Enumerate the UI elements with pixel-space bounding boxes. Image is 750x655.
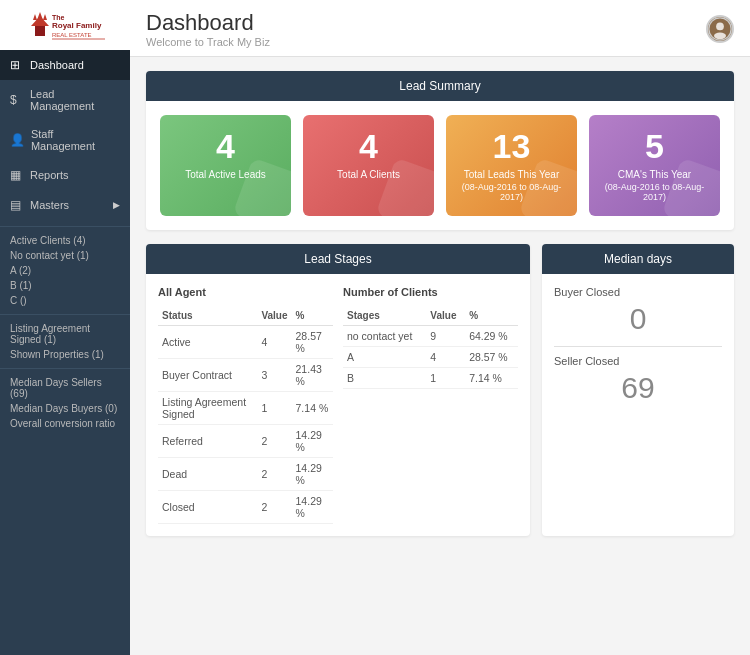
- card-cma-label: CMA's This Year: [599, 169, 710, 180]
- stat-b[interactable]: B (1): [0, 278, 130, 293]
- sidebar-item-lead-management[interactable]: $ Lead Management: [0, 80, 130, 120]
- lead-cards: 4 Total Active Leads 4 Total A Clients 1…: [146, 101, 734, 230]
- all-agent-table: Status Value % Active428.57 %Buyer Contr…: [158, 306, 333, 524]
- table-row: Listing Agreement Signed17.14 %: [158, 392, 333, 425]
- card-cma-year: 5 CMA's This Year (08-Aug-2016 to 08-Aug…: [589, 115, 720, 216]
- seller-closed-label: Seller Closed: [554, 355, 722, 367]
- sidebar: The Royal Family REAL ESTATE ⊞ Dashboard…: [0, 0, 130, 655]
- stat-listing-signed[interactable]: Listing Agreement Signed (1): [0, 321, 130, 347]
- user-avatar[interactable]: [706, 15, 734, 43]
- card-total-a-clients: 4 Total A Clients: [303, 115, 434, 216]
- stat-a[interactable]: A (2): [0, 263, 130, 278]
- sidebar-item-masters[interactable]: ▤ Masters ▶: [0, 190, 130, 220]
- stat-c[interactable]: C (): [0, 293, 130, 308]
- page-subtitle: Welcome to Track My Biz: [146, 36, 270, 48]
- logo: The Royal Family REAL ESTATE: [0, 0, 130, 50]
- median-content: Buyer Closed 0 Seller Closed 69: [542, 274, 734, 427]
- stat-shown-properties[interactable]: Shown Properties (1): [0, 347, 130, 362]
- stat-median-buyers[interactable]: Median Days Buyers (0): [0, 401, 130, 416]
- all-agent-title: All Agent: [158, 286, 333, 298]
- stat-median-sellers[interactable]: Median Days Sellers (69): [0, 375, 130, 401]
- main-header: Dashboard Welcome to Track My Biz: [130, 0, 750, 57]
- sidebar-divider-3: [0, 368, 130, 369]
- svg-marker-4: [43, 14, 47, 20]
- card-cma-sublabel: (08-Aug-2016 to 08-Aug-2017): [599, 182, 710, 202]
- table-row: Buyer Contract321.43 %: [158, 359, 333, 392]
- sidebar-item-staff-management[interactable]: 👤 Staff Management: [0, 120, 130, 160]
- stages-content: All Agent Status Value % Active428.57 %B: [146, 274, 530, 536]
- table-row: B17.14 %: [343, 368, 518, 389]
- svg-point-11: [714, 32, 726, 39]
- masters-icon: ▤: [10, 198, 24, 212]
- card-a-number: 4: [313, 129, 424, 163]
- buyer-closed-value: 0: [554, 302, 722, 336]
- col-status: Status: [158, 306, 257, 326]
- bottom-row: Lead Stages All Agent Status Value %: [146, 244, 734, 550]
- dashboard-icon: ⊞: [10, 58, 24, 72]
- card-total-leads-year: 13 Total Leads This Year (08-Aug-2016 to…: [446, 115, 577, 216]
- lead-stages-header: Lead Stages: [146, 244, 530, 274]
- card-total-active-leads: 4 Total Active Leads: [160, 115, 291, 216]
- clients-table: Stages Value % no contact yet964.29 %A42…: [343, 306, 518, 389]
- card-active-label: Total Active Leads: [170, 169, 281, 180]
- sidebar-divider-2: [0, 314, 130, 315]
- page-title: Dashboard: [146, 10, 270, 36]
- svg-text:REAL ESTATE: REAL ESTATE: [52, 32, 92, 38]
- card-a-label: Total A Clients: [313, 169, 424, 180]
- table-row: Referred214.29 %: [158, 425, 333, 458]
- table-row: A428.57 %: [343, 347, 518, 368]
- col-stages: Stages: [343, 306, 426, 326]
- sidebar-item-dashboard[interactable]: ⊞ Dashboard: [0, 50, 130, 80]
- lead-summary-section: Lead Summary 4 Total Active Leads 4 Tota…: [146, 71, 734, 230]
- col-value2: Value: [426, 306, 465, 326]
- main-content: Dashboard Welcome to Track My Biz Lead S…: [130, 0, 750, 655]
- col-percent: %: [292, 306, 333, 326]
- reports-icon: ▦: [10, 168, 24, 182]
- clients-title: Number of Clients: [343, 286, 518, 298]
- table-row: Dead214.29 %: [158, 458, 333, 491]
- sidebar-nav: ⊞ Dashboard $ Lead Management 👤 Staff Ma…: [0, 50, 130, 431]
- median-days-section: Median days Buyer Closed 0 Seller Closed…: [542, 244, 734, 536]
- table-row: no contact yet964.29 %: [343, 326, 518, 347]
- masters-arrow-icon: ▶: [113, 200, 120, 210]
- header-title-group: Dashboard Welcome to Track My Biz: [146, 10, 270, 48]
- svg-text:The: The: [52, 14, 65, 21]
- card-year-label: Total Leads This Year: [456, 169, 567, 180]
- table-row: Closed214.29 %: [158, 491, 333, 524]
- stat-active-clients[interactable]: Active Clients (4): [0, 233, 130, 248]
- lead-stages-section: Lead Stages All Agent Status Value %: [146, 244, 530, 536]
- stat-no-contact[interactable]: No contact yet (1): [0, 248, 130, 263]
- content-area: Lead Summary 4 Total Active Leads 4 Tota…: [130, 57, 750, 564]
- buyer-closed-item: Buyer Closed 0: [554, 286, 722, 336]
- lead-management-icon: $: [10, 93, 24, 107]
- sidebar-item-reports[interactable]: ▦ Reports: [0, 160, 130, 190]
- col-percent2: %: [465, 306, 518, 326]
- svg-text:Royal Family: Royal Family: [52, 21, 102, 30]
- seller-closed-value: 69: [554, 371, 722, 405]
- sidebar-divider-1: [0, 226, 130, 227]
- table-row: Active428.57 %: [158, 326, 333, 359]
- buyer-closed-label: Buyer Closed: [554, 286, 722, 298]
- staff-icon: 👤: [10, 133, 25, 147]
- seller-closed-item: Seller Closed 69: [554, 355, 722, 405]
- card-active-number: 4: [170, 129, 281, 163]
- median-divider: [554, 346, 722, 347]
- col-value: Value: [257, 306, 291, 326]
- stat-conversion-ratio[interactable]: Overall conversion ratio: [0, 416, 130, 431]
- card-cma-number: 5: [599, 129, 710, 163]
- all-agent-panel: All Agent Status Value % Active428.57 %B: [158, 286, 333, 524]
- card-year-number: 13: [456, 129, 567, 163]
- lead-summary-header: Lead Summary: [146, 71, 734, 101]
- card-year-sublabel: (08-Aug-2016 to 08-Aug-2017): [456, 182, 567, 202]
- median-days-header: Median days: [542, 244, 734, 274]
- svg-marker-2: [33, 14, 37, 20]
- svg-point-10: [716, 23, 724, 31]
- svg-marker-3: [37, 12, 43, 20]
- clients-panel: Number of Clients Stages Value % no cont: [343, 286, 518, 524]
